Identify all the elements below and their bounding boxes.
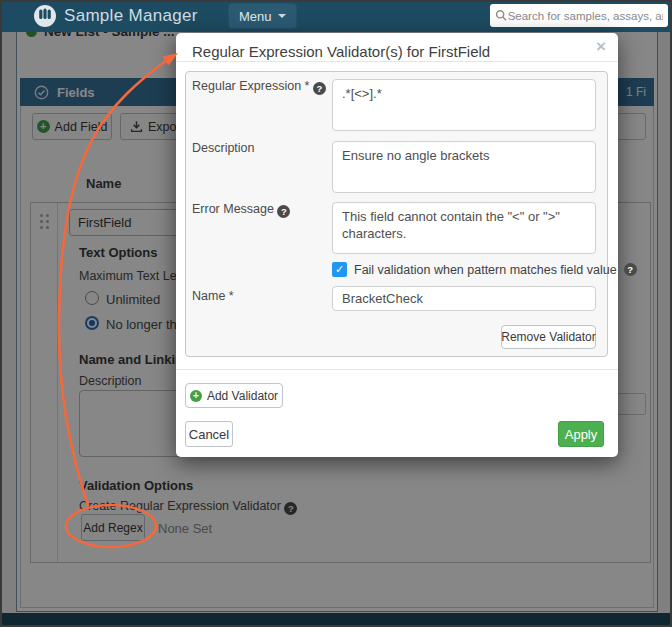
apply-button[interactable]: Apply xyxy=(558,421,604,447)
modal-footer-divider xyxy=(176,369,618,370)
error-message-field-label: Error Message ? xyxy=(192,202,290,218)
search-input[interactable] xyxy=(508,10,663,22)
modal-title: Regular Expression Validator(s) for Firs… xyxy=(192,43,490,60)
regex-field-label: Regular Expression * ? xyxy=(192,79,326,95)
close-icon[interactable]: × xyxy=(596,38,606,55)
help-icon[interactable]: ? xyxy=(313,82,326,95)
regex-label-text: Regular Expression * xyxy=(192,79,309,93)
name-field-label: Name * xyxy=(192,289,234,303)
description-textarea[interactable]: Ensure no angle brackets xyxy=(332,141,596,193)
app-header: Sample Manager Menu xyxy=(0,0,672,32)
screenshot-root: New List - Sample ... Fields 1 Fi + Add … xyxy=(0,0,672,627)
modal-header-divider xyxy=(176,61,618,62)
search-icon xyxy=(495,9,508,22)
fail-validation-label: Fail validation when pattern matches fie… xyxy=(354,263,617,277)
validator-name-input[interactable] xyxy=(332,286,596,311)
description-field-label: Description xyxy=(192,141,255,155)
brand-title: Sample Manager xyxy=(64,6,198,26)
plus-icon: + xyxy=(190,390,202,402)
add-validator-label: Add Validator xyxy=(207,389,278,403)
cancel-label: Cancel xyxy=(189,427,229,442)
error-label-text: Error Message xyxy=(192,202,274,216)
menu-label: Menu xyxy=(239,9,272,24)
regex-textarea[interactable]: .*[<>].* xyxy=(332,79,596,131)
help-icon[interactable]: ? xyxy=(624,263,637,276)
chevron-down-icon xyxy=(278,14,286,18)
help-icon[interactable]: ? xyxy=(277,205,290,218)
cancel-button[interactable]: Cancel xyxy=(185,421,233,447)
regex-validator-modal: Regular Expression Validator(s) for Firs… xyxy=(176,33,618,457)
error-message-textarea[interactable]: This field cannot contain the "<" or ">"… xyxy=(332,202,596,254)
labkey-logo-icon xyxy=(33,4,57,28)
global-search xyxy=(490,4,668,27)
remove-validator-label: Remove Validator xyxy=(501,330,596,344)
add-validator-button[interactable]: + Add Validator xyxy=(185,383,283,408)
remove-validator-button[interactable]: Remove Validator xyxy=(501,325,596,349)
menu-button[interactable]: Menu xyxy=(228,3,297,29)
fail-validation-row: ✓ Fail validation when pattern matches f… xyxy=(332,262,637,277)
apply-label: Apply xyxy=(565,427,598,442)
checkbox-checked-icon[interactable]: ✓ xyxy=(332,262,347,277)
